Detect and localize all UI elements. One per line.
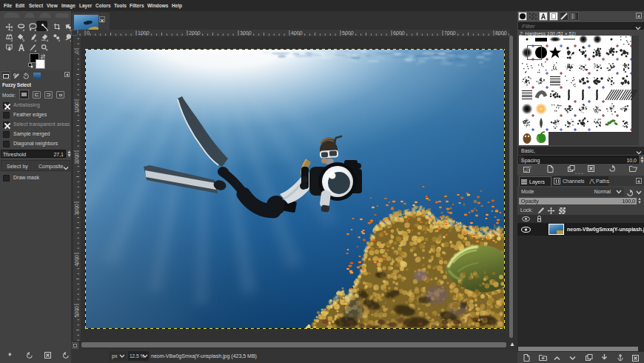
svg-text:5000: 5000 [74,306,79,318]
svg-text:3000: 3000 [74,204,79,216]
svg-text:7000: 7000 [444,30,456,36]
svg-text:1000: 1000 [74,101,79,113]
svg-text:3000: 3000 [240,30,252,36]
svg-text:0: 0 [74,50,79,53]
svg-text:2000: 2000 [74,153,79,164]
svg-text:4000: 4000 [291,30,303,36]
svg-text:4000: 4000 [74,255,79,267]
svg-text:0: 0 [87,30,90,36]
svg-text:6000: 6000 [393,30,405,36]
svg-text:1000: 1000 [138,30,150,36]
svg-text:8000: 8000 [495,30,507,36]
svg-text:2000: 2000 [189,30,201,36]
svg-text:5000: 5000 [342,30,354,36]
